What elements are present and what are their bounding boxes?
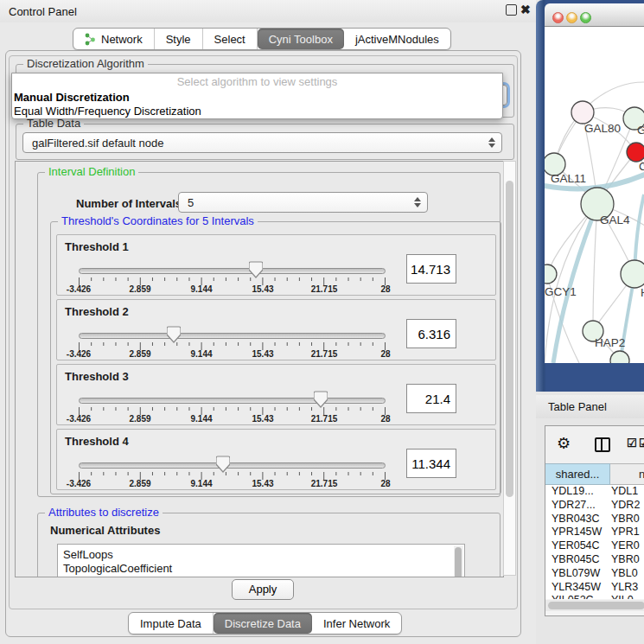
tab-cyni-toolbox-label: Cyni Toolbox [269,33,333,46]
interval-definition-group: Interval Definition Number of Intervals … [37,172,501,497]
main-scrollbar[interactable] [503,161,516,576]
slider-tick-label: 21.715 [296,284,352,294]
slider-track[interactable] [79,268,386,274]
slider-tick-label: 9.144 [174,414,229,424]
slider-tick-label: 21.715 [296,479,352,488]
network-node[interactable] [545,265,557,284]
table-row[interactable]: YDR27...YDR2 [545,499,644,513]
control-panel-titlebar [0,0,536,22]
column-header-name[interactable]: n [610,463,644,485]
threshold-panel: Threshold 2-3.4262.8599.14415.4321.71528… [56,299,496,360]
network-node-label: GAL11 [551,172,586,185]
attributes-group: Attributes to discretize Numerical Attri… [37,513,501,577]
gear-icon[interactable]: ⚙ [557,436,571,451]
table-cell-name: YDR2 [611,499,640,513]
network-node-label: H [641,286,644,299]
table-cell-name: YIL0 [611,594,634,599]
settings-scroll-viewport: Interval Definition Number of Intervals … [15,161,504,577]
table-cell-shared-name: YLR345W [552,581,601,595]
network-node-label: GAL [637,124,644,137]
table-row[interactable]: YDL19...YDL1 [545,485,644,499]
thresholds-group: Threshold's Coordinates for 5 Intervals … [50,221,501,494]
table-horizontal-scrollbar[interactable] [545,600,644,611]
zoom-traffic-light[interactable] [580,12,591,23]
slider-tick-label: 2.859 [112,479,168,488]
slider-tick-label: 28 [358,284,413,294]
network-node[interactable] [627,143,644,162]
split-columns-icon[interactable] [595,437,610,452]
tab-network[interactable]: Network [73,29,155,49]
slider-ticks [79,405,386,414]
table-row[interactable]: YIL052CYIL0 [545,594,644,599]
column-header-shared[interactable]: shared... [545,463,610,485]
table-data-combobox-value: galFiltered.sif default node [32,137,163,150]
checkbox-icon[interactable]: ☑ [627,437,637,450]
threshold-value-field[interactable]: 6.316 [406,319,456,348]
tab-jactivemnodules[interactable]: jActiveMNodules [344,29,450,49]
float-window-icon[interactable] [506,4,517,16]
attribute-list-item[interactable]: TopologicalCoefficient [63,562,172,576]
table-row[interactable]: YBL079WYBL0 [545,567,644,581]
threshold-panel: Threshold 3-3.4262.8599.14415.4321.71528… [56,364,496,425]
table-cell-shared-name: YDL19... [552,485,594,499]
threshold-value-field[interactable]: 14.713 [406,254,456,284]
table-cell-shared-name: YPR145W [552,526,602,539]
slider-track[interactable] [79,398,386,404]
table-cell-name: YDL1 [611,485,638,499]
table-cell-name: YPR1 [611,526,640,539]
slider-tick-label: 28 [358,479,413,488]
table-data-combobox[interactable]: galFiltered.sif default node [22,132,502,153]
table-hscrollbar-thumb[interactable] [548,602,644,609]
close-icon[interactable]: ✖ [520,3,531,16]
threshold-value-field[interactable]: 11.344 [406,449,456,478]
tab-cyni-toolbox[interactable]: Cyni Toolbox [258,29,344,49]
close-traffic-light[interactable] [552,12,564,23]
dropdown-placeholder-item[interactable]: Select algorithm to view settings [12,74,502,89]
tab-discretize-data-label: Discretize Data [225,617,301,630]
table-row[interactable]: YPR145WYPR1 [545,526,644,539]
attributes-list-scrollbar[interactable] [454,545,463,577]
algorithm-group-label: Discretization Algorithm [23,57,148,70]
control-panel-title: Control Panel [9,5,77,18]
slider-ticks [79,470,386,479]
threshold-label: Threshold 1 [65,240,129,253]
table-cell-shared-name: YER054C [552,539,600,553]
main-scrollbar-thumb[interactable] [506,181,513,497]
threshold-label: Threshold 4 [65,435,129,448]
tab-jactivemnodules-label: jActiveMNodules [355,33,439,46]
table-cell-shared-name: YBR043C [552,513,600,526]
slider-track[interactable] [79,333,386,339]
attribute-list-item[interactable]: SelfLoops [63,548,113,562]
network-node-label: GAL4 [600,214,630,226]
dropdown-item-manual-discretization[interactable]: Manual Discretization [12,90,502,105]
tab-infer-network[interactable]: Infer Network [312,613,401,634]
attribute-list-item[interactable]: BetweennessCentrality [63,576,178,577]
network-node[interactable] [571,101,594,124]
dropdown-item-equal-width[interactable]: Equal Width/Frequency Discretization [12,104,502,118]
tab-discretize-data[interactable]: Discretize Data [214,613,312,634]
numerical-attributes-list[interactable]: SelfLoopsTopologicalCoefficientBetweenne… [57,544,465,577]
table-panel-title: Table Panel [548,400,607,413]
threshold-value-field[interactable]: 21.4 [406,384,456,413]
table-panel-box: ⚙ ☑ ☑ shared... n YDL19...YDL1YDR27...YD… [545,425,644,616]
checkbox-icon[interactable]: ☑ [639,437,644,450]
apply-button[interactable]: Apply [232,579,294,600]
table-row[interactable]: YBR045CYBR0 [545,553,644,567]
interval-definition-label: Interval Definition [45,165,138,178]
table-cell-shared-name: YIL052C [552,594,594,599]
tab-style[interactable]: Style [155,29,203,49]
combo-arrows-icon [414,197,421,207]
tab-impute-data[interactable]: Impute Data [129,613,214,634]
minimize-traffic-light[interactable] [566,12,577,23]
network-canvas[interactable]: GAL80GALCGAL11GAL4GCY1HHAP2 [545,27,644,363]
network-node[interactable] [621,260,644,288]
table-row[interactable]: YBR043CYBR0 [545,513,644,526]
network-icon [85,33,96,46]
table-header-row: shared... n [545,463,644,485]
num-intervals-combobox[interactable]: 5 [178,192,428,213]
table-row[interactable]: YLR345WYLR3 [545,581,644,595]
table-row[interactable]: YER054CYER0 [545,539,644,553]
tab-select[interactable]: Select [203,29,258,49]
slider-track[interactable] [79,462,386,469]
slider-ticks [79,276,386,284]
